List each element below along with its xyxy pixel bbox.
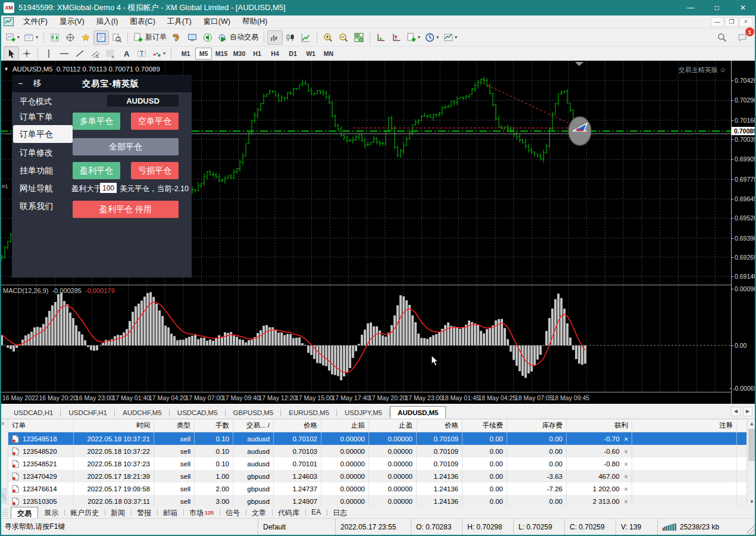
- position-row-123510305[interactable]: 1235103052022.05.18 03:37:11sell3.00gbpu…: [8, 495, 746, 506]
- chart-restore-button[interactable]: ❐: [725, 17, 738, 27]
- sound-button[interactable]: [200, 30, 215, 45]
- profiles-button[interactable]: ▾: [22, 30, 40, 45]
- column-header-3[interactable]: 手数: [195, 419, 233, 432]
- menu-2[interactable]: 插入(I): [90, 15, 124, 29]
- chart-minimize-button[interactable]: —: [711, 17, 724, 27]
- chart-tab-usdjpym5[interactable]: USDJPY,M5: [337, 406, 390, 419]
- close-short-button[interactable]: 空单平仓: [131, 113, 179, 130]
- column-header-6[interactable]: 止损: [321, 419, 369, 432]
- hammer-button[interactable]: [169, 30, 185, 45]
- column-header-11[interactable]: 获利: [567, 419, 632, 432]
- favorites-button[interactable]: [78, 30, 93, 45]
- chart-tab-eurusdm5[interactable]: EURUSD,M5: [281, 406, 337, 419]
- bottom-tab-8[interactable]: 文章: [246, 507, 272, 518]
- dropdown-caret-icon[interactable]: ▾: [436, 35, 439, 40]
- position-row-123548520[interactable]: 1235485202022.05.18 10:37:22sell0.10audu…: [8, 445, 746, 457]
- chart-tab-audusdm5[interactable]: AUDUSD,M5: [390, 406, 446, 419]
- close-profitable-button[interactable]: 盈利平仓: [73, 162, 120, 179]
- panel-move-button[interactable]: 移: [33, 78, 42, 89]
- toolbox-grip-icon[interactable]: [2, 488, 7, 504]
- chart-tab-usdcadm5[interactable]: USDCAD,M5: [170, 406, 226, 419]
- column-header-8[interactable]: 价格: [417, 419, 463, 432]
- column-header-4[interactable]: 交易... /: [233, 419, 274, 432]
- indicators-button[interactable]: ▾: [404, 30, 423, 45]
- bottom-tab-10[interactable]: EA: [305, 507, 327, 518]
- column-header-7[interactable]: 止盈: [369, 419, 417, 432]
- timeframe-h4-button[interactable]: H4: [267, 48, 283, 60]
- bottom-tab-7[interactable]: 信号: [220, 507, 246, 518]
- new-order-button[interactable]: 新订单: [131, 30, 169, 45]
- menu-5[interactable]: 窗口(W): [198, 15, 236, 29]
- position-row-123476614[interactable]: 1234766142022.05.17 19:09:58sell2.00gbpu…: [8, 482, 746, 495]
- shapes-button[interactable]: ▾: [149, 46, 168, 61]
- panel-header[interactable]: − 移 交易宝-精英版: [12, 74, 192, 92]
- timeframe-mn-button[interactable]: MN: [320, 48, 337, 60]
- menu-3[interactable]: 图表(C): [124, 15, 161, 29]
- auto-trading-button[interactable]: 自动交易: [215, 30, 261, 45]
- price-arrow-marker-icon[interactable]: [568, 117, 591, 145]
- close-long-button[interactable]: 多单平仓: [73, 113, 120, 130]
- target-button[interactable]: [63, 30, 78, 45]
- close-all-button[interactable]: 全部平仓: [73, 138, 179, 155]
- positions-table-header[interactable]: 订单时间类型手数交易... /价格止损止盈价格手续费库存费获利注释: [8, 419, 746, 432]
- menu-0[interactable]: 文件(F): [17, 15, 54, 29]
- column-header-12[interactable]: 注释: [632, 419, 737, 432]
- dropdown-caret-icon[interactable]: ▾: [17, 35, 20, 40]
- chart-tab-usdchfh1[interactable]: USDCHF,H1: [61, 406, 115, 419]
- trendline-button[interactable]: [72, 46, 88, 61]
- text-button[interactable]: A: [118, 46, 134, 61]
- market-watch-button[interactable]: [93, 30, 109, 45]
- dropdown-caret-icon[interactable]: ▾: [36, 35, 38, 40]
- tabs-scroll-left-icon[interactable]: ◀: [731, 407, 741, 416]
- timeframe-d1-button[interactable]: D1: [285, 48, 301, 60]
- bottom-tab-0[interactable]: 交易: [11, 507, 38, 518]
- window-maximize-button[interactable]: □: [704, 0, 730, 15]
- close-position-icon[interactable]: ×: [624, 485, 628, 493]
- menu-1[interactable]: 显示(V): [54, 15, 90, 29]
- trade-assistant-panel[interactable]: − 移 交易宝-精英版 订单下单订单平仓订单修改挂单功能网址导航联系我们 平仓模…: [12, 74, 192, 278]
- close-position-icon[interactable]: ×: [624, 473, 628, 480]
- timeframe-m1-button[interactable]: M1: [177, 48, 194, 60]
- dropdown-caret-icon[interactable]: ▾: [163, 51, 165, 56]
- bottom-tab-4[interactable]: 警报: [131, 507, 157, 518]
- chart-tab-audchfm5[interactable]: AUDCHF,M5: [115, 406, 170, 419]
- channel-button[interactable]: E: [88, 46, 103, 61]
- zoom-out-button[interactable]: [336, 30, 351, 45]
- close-position-icon[interactable]: ×: [624, 498, 628, 505]
- position-row-123470429[interactable]: 1234704292022.05.17 18:21:39sell1.00gbpu…: [8, 470, 746, 482]
- timeframe-h1-button[interactable]: H1: [249, 48, 265, 60]
- data-window-button[interactable]: [109, 30, 124, 45]
- autoscroll-button[interactable]: [373, 30, 389, 45]
- chart-line-button[interactable]: [298, 30, 314, 45]
- profit-threshold-input[interactable]: 100: [100, 183, 117, 193]
- refresh-button[interactable]: [47, 30, 63, 45]
- tile-windows-button[interactable]: [351, 30, 367, 45]
- dropdown-caret-icon[interactable]: ▾: [418, 35, 420, 40]
- panel-menu-4[interactable]: 网址导航: [20, 183, 66, 194]
- chart-shift-button[interactable]: [389, 30, 404, 45]
- menu-6[interactable]: 帮助(H): [236, 15, 273, 29]
- toolbox-close-icon[interactable]: ×: [1, 420, 5, 427]
- new-chart-button[interactable]: ▾: [4, 30, 22, 45]
- menu-4[interactable]: 工具(T): [161, 15, 198, 29]
- dock-grip-icon[interactable]: [2, 508, 8, 516]
- profit-close-toggle-button[interactable]: 盈利平仓 停用: [73, 201, 179, 218]
- terminal-button[interactable]: [185, 30, 200, 45]
- chart-close-button[interactable]: ×: [739, 17, 752, 27]
- close-position-icon[interactable]: ×: [624, 460, 628, 468]
- panel-menu-1-active[interactable]: 订单平仓: [13, 125, 73, 143]
- chart-window[interactable]: 16 May 202216 May 20:2016 May 23:0017 Ma…: [0, 61, 756, 404]
- cursor-button[interactable]: [4, 46, 19, 61]
- close-symbol-select[interactable]: AUDUSD: [107, 95, 179, 107]
- column-header-1[interactable]: 时间: [74, 419, 154, 432]
- close-position-icon[interactable]: ×: [624, 435, 628, 442]
- close-position-icon[interactable]: ×: [624, 448, 628, 455]
- panel-menu-5[interactable]: 联系我们: [20, 201, 66, 212]
- hline-button[interactable]: [57, 46, 72, 61]
- panel-menu-2[interactable]: 订单修改: [20, 148, 66, 158]
- tabs-scroll-right-icon[interactable]: ▶: [743, 407, 752, 416]
- notifications-button[interactable]: 1: [735, 30, 750, 45]
- panel-menu-0[interactable]: 订单下单: [20, 112, 66, 123]
- window-minimize-button[interactable]: —: [677, 0, 704, 15]
- timeframe-m30-button[interactable]: M30: [231, 48, 248, 60]
